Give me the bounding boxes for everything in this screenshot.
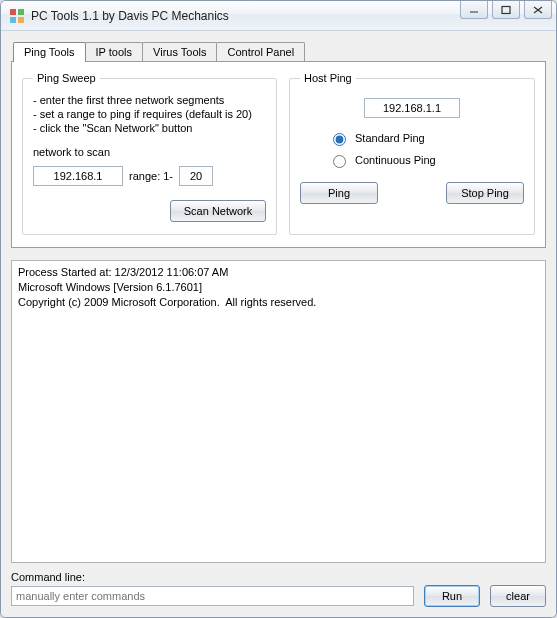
instruction-line: - set a range to ping if requires (defau… [33, 108, 266, 120]
range-input[interactable] [179, 166, 213, 186]
network-input[interactable] [33, 166, 123, 186]
continuous-ping-radio[interactable] [333, 155, 346, 168]
run-button[interactable]: Run [424, 585, 480, 607]
host-ping-legend: Host Ping [300, 72, 356, 84]
instruction-line: - click the "Scan Network" button [33, 122, 266, 134]
close-icon [532, 5, 544, 15]
maximize-button[interactable] [492, 1, 520, 19]
output-text: Process Started at: 12/3/2012 11:06:07 A… [18, 266, 316, 308]
scan-network-button[interactable]: Scan Network [170, 200, 266, 222]
maximize-icon [500, 5, 512, 15]
host-ping-group: Host Ping Standard Ping Continuous Ping … [289, 72, 535, 235]
continuous-ping-label: Continuous Ping [355, 154, 436, 166]
tab-virus-tools[interactable]: Virus Tools [142, 42, 217, 61]
command-input[interactable] [11, 586, 414, 606]
standard-ping-label: Standard Ping [355, 132, 425, 144]
titlebar[interactable]: PC Tools 1.1 by Davis PC Mechanics [1, 1, 556, 31]
tab-ping-tools[interactable]: Ping Tools [13, 42, 86, 62]
minimize-button[interactable] [460, 1, 488, 19]
ping-sweep-legend: Ping Sweep [33, 72, 100, 84]
tab-ip-tools[interactable]: IP tools [85, 42, 144, 61]
app-icon [9, 8, 25, 24]
svg-rect-1 [502, 6, 510, 13]
ping-sweep-group: Ping Sweep - enter the first three netwo… [22, 72, 277, 235]
window-controls [460, 1, 552, 19]
stop-ping-button[interactable]: Stop Ping [446, 182, 524, 204]
tabstrip: Ping Tools IP tools Virus Tools Control … [11, 39, 546, 61]
close-button[interactable] [524, 1, 552, 19]
client-area: Ping Tools IP tools Virus Tools Control … [1, 31, 556, 617]
tab-panel-ping-tools: Ping Sweep - enter the first three netwo… [11, 61, 546, 248]
tab-control-panel[interactable]: Control Panel [216, 42, 305, 61]
window-title: PC Tools 1.1 by Davis PC Mechanics [31, 9, 229, 23]
range-label: range: 1- [129, 170, 173, 182]
instruction-line: - enter the first three network segments [33, 94, 266, 106]
output-textarea[interactable]: Process Started at: 12/3/2012 11:06:07 A… [11, 260, 546, 563]
ping-button[interactable]: Ping [300, 182, 378, 204]
standard-ping-radio[interactable] [333, 133, 346, 146]
minimize-icon [468, 5, 480, 15]
host-input[interactable] [364, 98, 460, 118]
clear-button[interactable]: clear [490, 585, 546, 607]
command-label: Command line: [11, 571, 546, 583]
command-area: Command line: Run clear [11, 571, 546, 607]
network-label: network to scan [33, 146, 266, 158]
app-window: PC Tools 1.1 by Davis PC Mechanics Ping … [0, 0, 557, 618]
